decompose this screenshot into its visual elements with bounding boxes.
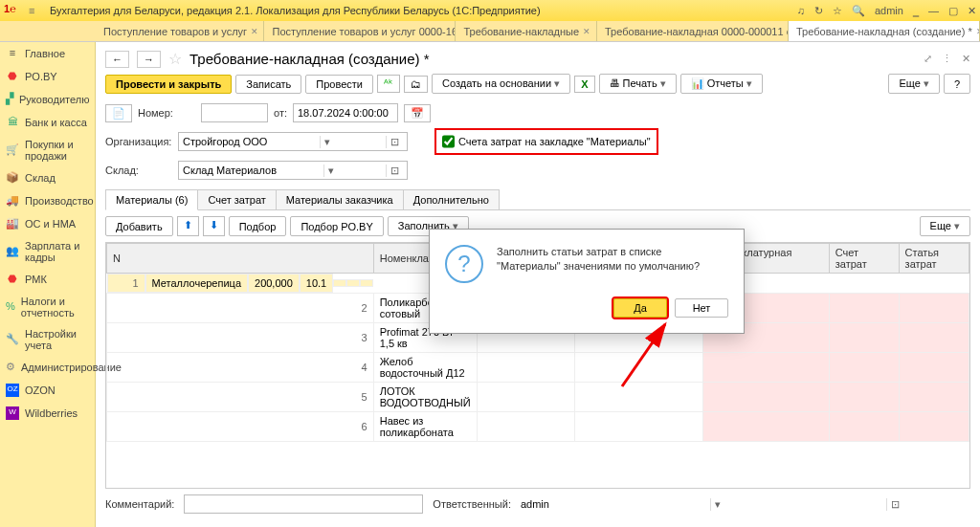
titlebar: 1℮ ≡ Бухгалтерия для Беларуси, редакция … [0, 0, 980, 21]
sidebar-bank[interactable]: 🏛Банк и касса [0, 111, 95, 134]
excel-icon[interactable]: X [574, 76, 594, 93]
tree-icon[interactable]: 🗂 [404, 76, 428, 93]
question-icon: ? [445, 245, 483, 283]
itab-cost[interactable]: Счет затрат [197, 189, 276, 209]
comment-label: Комментарий: [105, 498, 174, 510]
itab-materials[interactable]: Материалы (6) [105, 189, 198, 210]
cost-tab-checkbox[interactable] [442, 132, 455, 151]
sidebar-rmk[interactable]: ⬣РМК [0, 268, 95, 291]
reports-button[interactable]: 📊 Отчеты [680, 74, 763, 94]
wrench-icon: 🔧 [6, 333, 19, 346]
app-title: Бухгалтерия для Беларуси, редакция 2.1. … [50, 5, 797, 16]
sidebar-sales[interactable]: 🛒Покупки и продажи [0, 134, 95, 166]
more-icon[interactable]: ⋮ [942, 53, 952, 65]
close-icon[interactable]: ✕ [968, 5, 976, 17]
no-button[interactable]: Нет [675, 298, 728, 318]
maximize-icon[interactable]: ▢ [948, 5, 958, 17]
post-close-button[interactable]: Провести и закрыть [105, 75, 232, 94]
from-label: от: [274, 107, 287, 119]
sidebar-warehouse[interactable]: 📦Склад [0, 166, 95, 189]
close-icon[interactable]: ✕ [251, 27, 258, 36]
close-icon[interactable]: ✕ [583, 27, 590, 36]
menu-icon[interactable]: ≡ [29, 5, 44, 16]
col-n: N [107, 244, 374, 274]
col-cost-account: Счет затрат [829, 244, 899, 274]
highlight-cost-accounts: Счета затрат на закладке "Материалы" [434, 128, 658, 155]
calc-icon: % [6, 300, 15, 314]
people-icon: 👥 [6, 245, 19, 258]
document-tabs: Поступление товаров и услуг✕ Поступление… [0, 21, 980, 42]
print-button[interactable]: 🖶 Печать [599, 74, 677, 94]
sidebar-poby[interactable]: ⬣PO.BY [0, 65, 95, 88]
table-more-button[interactable]: Еще [920, 216, 970, 236]
rmk-icon: ⬣ [6, 273, 19, 286]
tab-1[interactable]: Поступление товаров и услуг 0000-1674 от… [264, 21, 456, 41]
table-row[interactable]: 4Желоб водосточный Д12 [107, 353, 969, 383]
sidebar-salary[interactable]: 👥Зарплата и кадры [0, 235, 95, 268]
more-button[interactable]: Еще [888, 74, 939, 94]
search-icon[interactable]: 🔍 [852, 5, 865, 17]
minimize-icon[interactable]: — [928, 5, 939, 16]
table-row[interactable]: 6Навес из поликарбоната [107, 412, 969, 442]
create-based-button[interactable]: Создать на основании [432, 74, 570, 94]
org-select[interactable]: Стройгород ООО▾⊡ [178, 132, 408, 151]
move-up-icon[interactable]: ⬆ [177, 216, 199, 236]
cost-tab-label: Счета затрат на закладке "Материалы" [458, 136, 651, 147]
tab-2[interactable]: Требование-накладные✕ [456, 21, 597, 41]
pick-button[interactable]: Подбор [229, 216, 287, 236]
bell-icon[interactable]: ♫ [797, 5, 805, 16]
sidebar-taxes[interactable]: %Налоги и отчетность [0, 291, 95, 323]
responsible-select[interactable]: admin▾⊡ [521, 498, 903, 511]
sidebar-assets[interactable]: 🏭ОС и НМА [0, 212, 95, 235]
chart-icon: ▞ [6, 93, 13, 106]
save-button[interactable]: Записать [235, 75, 301, 94]
sidebar-main[interactable]: ≡Главное [0, 42, 95, 65]
link-icon[interactable]: ⤢ [924, 53, 932, 65]
number-label: Номер: [138, 107, 195, 119]
add-row-button[interactable]: Добавить [105, 216, 173, 236]
cart-icon: 🛒 [6, 143, 19, 157]
back-button[interactable]: ← [105, 51, 129, 68]
sidebar-wb[interactable]: WWildberries [0, 402, 95, 425]
forward-button[interactable]: → [137, 51, 161, 68]
tab-0[interactable]: Поступление товаров и услуг✕ [96, 21, 264, 41]
page-title: Требование-накладная (создание) * [189, 51, 916, 67]
yes-button[interactable]: Да [613, 298, 667, 318]
comment-input[interactable] [184, 494, 423, 514]
sidebar-ozon[interactable]: OZOZON [0, 379, 95, 402]
dt-kt-icon[interactable]: ᴬᵏ [377, 75, 400, 93]
doc-icon[interactable]: 📄 [105, 104, 132, 122]
favorite-icon[interactable]: ☆ [168, 50, 182, 68]
tab-4[interactable]: Требование-накладная (создание) *✕ [789, 21, 980, 41]
close-icon[interactable]: ✕ [976, 27, 980, 36]
date-input[interactable] [293, 103, 398, 122]
help-button[interactable]: ? [944, 74, 970, 94]
sidebar-production[interactable]: 🚚Производство [0, 189, 95, 212]
sidebar-admin[interactable]: ⚙Администрирование [0, 356, 95, 379]
post-button[interactable]: Провести [305, 75, 373, 94]
calendar-icon[interactable]: 📅 [404, 104, 431, 122]
table-row[interactable]: 1Металлочерепица 200,00010.1 [107, 274, 374, 293]
sidebar-manager[interactable]: ▞Руководителю [0, 88, 95, 111]
itab-customer-mat[interactable]: Материалы заказчика [276, 189, 404, 209]
sidebar-settings[interactable]: 🔧Настройки учета [0, 323, 95, 356]
history-icon[interactable]: ↻ [814, 5, 823, 17]
org-label: Организация: [105, 136, 172, 147]
pick-po-button[interactable]: Подбор PO.BY [290, 216, 383, 236]
store-label: Склад: [105, 165, 172, 176]
star-icon[interactable]: ☆ [833, 5, 842, 17]
settings-icon[interactable]: ‗ [913, 5, 919, 16]
user-label[interactable]: admin [875, 5, 903, 16]
close-icon[interactable]: ✕ [962, 53, 970, 65]
number-input[interactable] [201, 103, 268, 122]
move-down-icon[interactable]: ⬇ [203, 216, 225, 236]
ozon-icon: OZ [6, 384, 19, 397]
box-icon: 📦 [6, 171, 19, 185]
tab-3[interactable]: Требование-накладная 0000-000011 от 18.0… [597, 21, 789, 41]
confirm-dialog: ? Заполнить статьи затрат в списке "Мате… [429, 229, 745, 334]
store-select[interactable]: Склад Материалов▾⊡ [178, 161, 408, 180]
gear-icon: ⚙ [6, 361, 15, 374]
itab-extra[interactable]: Дополнительно [403, 189, 500, 209]
poby-icon: ⬣ [6, 70, 19, 83]
table-row[interactable]: 5ЛОТОК ВОДООТВОДНЫЙ [107, 383, 969, 412]
